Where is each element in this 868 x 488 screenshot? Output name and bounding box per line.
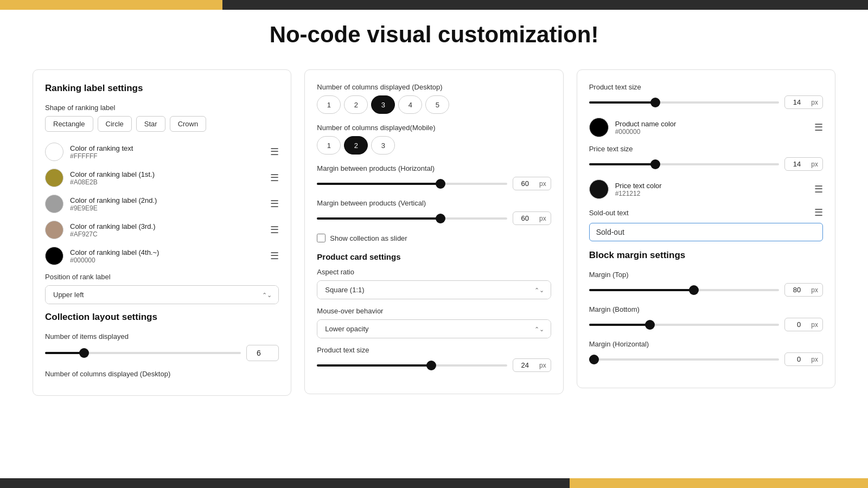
- copy-icon-product-name[interactable]: ☰: [814, 121, 823, 133]
- col-mobile-3-btn[interactable]: 3: [371, 136, 395, 155]
- position-select-wrap[interactable]: Upper left Upper right Lower left Lower …: [45, 285, 279, 304]
- product-text-thumb-mid[interactable]: [426, 361, 436, 370]
- slider-checkbox[interactable]: [317, 234, 326, 242]
- mouseover-select[interactable]: Lower opacity None Second image: [317, 320, 550, 338]
- margin-top-input-box: px: [784, 283, 823, 297]
- color-hex-1st: #A08E2B: [70, 178, 266, 186]
- color-name-3rd: Color of ranking label (3rd.): [70, 222, 266, 230]
- shape-circle-btn[interactable]: Circle: [98, 116, 132, 132]
- col-desktop-2-btn[interactable]: 2: [344, 95, 368, 114]
- margin-bottom-fill: [589, 324, 650, 326]
- copy-icon-sold-out[interactable]: ☰: [814, 207, 823, 219]
- product-text-input-box-right: px: [784, 95, 823, 109]
- margin-h-px: px: [539, 180, 546, 188]
- color-name-1st: Color of ranking label (1st.): [70, 170, 266, 178]
- margin-bottom-track[interactable]: [589, 324, 780, 326]
- margin-horizontal-input-box: px: [784, 352, 823, 366]
- margin-top-track[interactable]: [589, 289, 780, 291]
- product-card-title: Product card settings: [317, 252, 551, 261]
- items-count-row: [45, 345, 279, 361]
- col-desktop-3-btn[interactable]: 3: [371, 95, 395, 114]
- col-mobile-1-btn[interactable]: 1: [317, 136, 341, 155]
- product-text-input-right[interactable]: [789, 98, 809, 106]
- copy-icon-1st[interactable]: ☰: [270, 172, 279, 184]
- mouseover-label: Mouse-over behavior: [317, 307, 551, 315]
- color-row-text: Color of ranking text #FFFFFF ☰: [45, 143, 279, 161]
- margin-h-thumb[interactable]: [436, 179, 445, 189]
- margin-v-input-box: px: [513, 211, 551, 225]
- product-name-color-row: Product name color #000000 ☰: [589, 118, 823, 137]
- copy-icon-3rd[interactable]: ☰: [270, 224, 279, 236]
- swatch-3rd[interactable]: [45, 221, 63, 239]
- margin-top-thumb[interactable]: [689, 285, 699, 295]
- copy-icon-price[interactable]: ☰: [814, 183, 823, 195]
- price-color-swatch[interactable]: [589, 179, 609, 199]
- shape-label: Shape of ranking label: [45, 104, 279, 112]
- aspect-ratio-select[interactable]: Square (1:1) Portrait (3:4) Landscape (4…: [317, 281, 550, 299]
- swatch-2nd[interactable]: [45, 195, 63, 213]
- margin-v-thumb[interactable]: [436, 214, 445, 223]
- margin-h-track[interactable]: [317, 183, 507, 185]
- price-text-thumb[interactable]: [650, 159, 660, 169]
- accent-bottom-right: [570, 478, 868, 488]
- margin-horizontal-px: px: [811, 356, 818, 363]
- copy-icon-4th[interactable]: ☰: [270, 250, 279, 262]
- shape-crown-btn[interactable]: Crown: [170, 116, 207, 132]
- margin-v-track[interactable]: [317, 217, 507, 220]
- product-text-track-right[interactable]: [589, 101, 780, 104]
- copy-icon-text[interactable]: ☰: [270, 146, 279, 158]
- color-name-2nd: Color of ranking label (2nd.): [70, 196, 266, 204]
- position-label: Position of rank label: [45, 273, 279, 281]
- items-slider-thumb[interactable]: [79, 348, 89, 358]
- price-text-track[interactable]: [589, 163, 780, 165]
- swatch-4th[interactable]: [45, 247, 63, 265]
- copy-icon-2nd[interactable]: ☰: [270, 198, 279, 210]
- ranking-settings-title: Ranking label settings: [45, 83, 279, 94]
- margin-horizontal-track[interactable]: [589, 358, 780, 361]
- margin-bottom-input[interactable]: [789, 320, 809, 329]
- col-mobile-2-btn[interactable]: 2: [344, 136, 368, 155]
- product-text-px-right: px: [811, 99, 818, 106]
- slider-checkbox-label[interactable]: Show collection as slider: [330, 234, 407, 242]
- aspect-ratio-label: Aspect ratio: [317, 268, 551, 276]
- columns-mobile-label: Number of columns displayed(Mobile): [317, 124, 551, 132]
- margin-horizontal-thumb[interactable]: [589, 355, 599, 364]
- block-margin-title: Block margin settings: [589, 250, 823, 261]
- product-text-input-mid[interactable]: [518, 361, 537, 369]
- shape-rectangle-btn[interactable]: Rectangle: [45, 116, 93, 132]
- accent-bottom-left: [0, 478, 570, 488]
- col-desktop-4-btn[interactable]: 4: [398, 95, 422, 114]
- columns-desktop-buttons: 1 2 3 4 5: [317, 95, 551, 114]
- price-text-input[interactable]: [789, 160, 809, 168]
- margin-horizontal-input[interactable]: [789, 355, 809, 363]
- margin-h-fill: [317, 183, 441, 185]
- swatch-1st[interactable]: [45, 169, 63, 187]
- items-slider-track[interactable]: [45, 352, 241, 354]
- product-text-px-mid: px: [539, 362, 546, 369]
- margin-bottom-input-box: px: [784, 318, 823, 331]
- margin-top-input[interactable]: [789, 286, 809, 294]
- swatch-ranking-text[interactable]: [45, 143, 63, 161]
- sold-out-input[interactable]: [589, 223, 823, 241]
- color-name-4th: Color of ranking label (4th.~): [70, 248, 266, 256]
- mouseover-select-wrap[interactable]: Lower opacity None Second image: [317, 319, 551, 338]
- items-count-input[interactable]: [246, 345, 279, 361]
- margin-top-row: px: [589, 283, 823, 297]
- margin-bottom-label: Margin (Bottom): [589, 305, 823, 313]
- shape-star-btn[interactable]: Star: [136, 116, 165, 132]
- price-text-input-box: px: [784, 157, 823, 171]
- color-hex-4th: #000000: [70, 256, 266, 264]
- product-text-track-mid[interactable]: [317, 364, 507, 367]
- price-text-size-row: px: [589, 157, 823, 171]
- margin-v-label: Margin between products (Vertical): [317, 199, 551, 207]
- product-text-fill-right: [589, 101, 656, 104]
- col-desktop-5-btn[interactable]: 5: [425, 95, 449, 114]
- margin-h-input[interactable]: [518, 179, 537, 188]
- margin-v-input[interactable]: [518, 214, 537, 222]
- position-select[interactable]: Upper left Upper right Lower left Lower …: [46, 286, 278, 304]
- product-text-thumb-right[interactable]: [650, 98, 660, 107]
- aspect-ratio-select-wrap[interactable]: Square (1:1) Portrait (3:4) Landscape (4…: [317, 280, 551, 299]
- margin-bottom-thumb[interactable]: [645, 320, 655, 330]
- col-desktop-1-btn[interactable]: 1: [317, 95, 341, 114]
- product-name-swatch[interactable]: [589, 118, 609, 137]
